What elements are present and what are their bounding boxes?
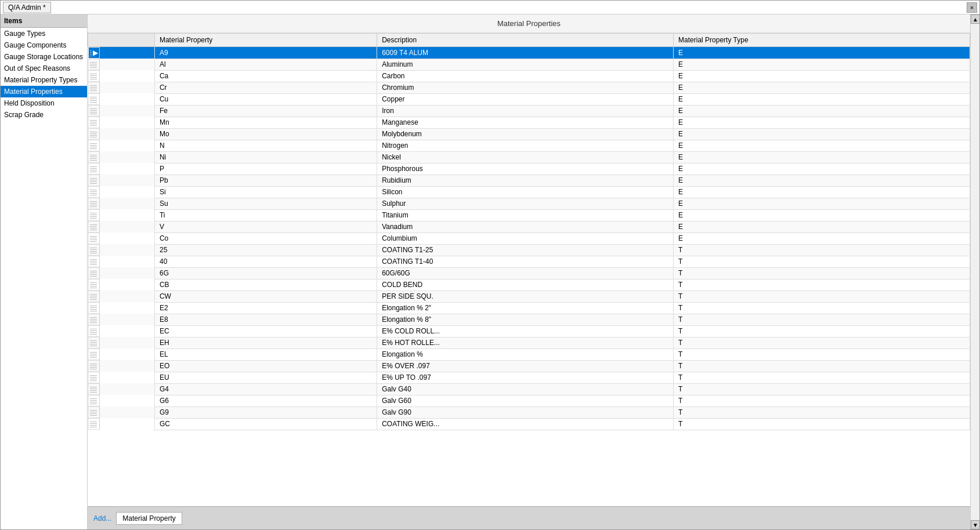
table-row[interactable]: 6G60G/60GT xyxy=(88,267,970,279)
row-handle-icon xyxy=(90,258,97,265)
table-row[interactable]: 25COATING T1-25T xyxy=(88,244,970,256)
table-row[interactable]: CuCopperE xyxy=(88,93,970,105)
row-handle-icon xyxy=(90,177,97,184)
table-cell: E xyxy=(674,70,970,82)
scroll-down-button[interactable]: ▼ xyxy=(971,520,979,529)
row-selected-indicator: ▶ xyxy=(93,49,98,57)
table-row[interactable]: CrChromiumE xyxy=(88,82,970,93)
table-cell: E xyxy=(674,151,970,163)
sidebar-item-material-properties[interactable]: Material Properties xyxy=(1,86,87,97)
scrollbar[interactable]: ▲ ▼ xyxy=(970,14,979,529)
title-tab[interactable]: Q/A Admin * xyxy=(3,2,51,13)
table-cell: E xyxy=(674,59,970,70)
table-row[interactable]: PbRubidiumE xyxy=(88,175,970,186)
table-cell: Carbon xyxy=(377,70,674,82)
scroll-track xyxy=(971,24,979,520)
table-row[interactable]: MoMolybdenumE xyxy=(88,128,970,140)
table-row[interactable]: CaCarbonE xyxy=(88,70,970,82)
table-row[interactable]: EHE% HOT ROLLE...T xyxy=(88,337,970,349)
table-row[interactable]: VVanadiumE xyxy=(88,221,970,233)
table-cell: T xyxy=(674,325,970,337)
table-cell: E xyxy=(674,198,970,209)
row-handle-icon xyxy=(90,142,97,149)
title-bar: Q/A Admin * × xyxy=(1,1,979,14)
table-cell: EO xyxy=(154,360,377,372)
table-row[interactable]: CWPER SIDE SQU.T xyxy=(88,291,970,302)
table-cell: Mn xyxy=(154,117,377,128)
table-row[interactable]: ELElongation %T xyxy=(88,349,970,360)
close-button[interactable]: × xyxy=(967,2,977,13)
table-row[interactable]: NiNickelE xyxy=(88,151,970,163)
row-handle-icon xyxy=(90,351,97,358)
table-cell: Galv G40 xyxy=(377,383,674,395)
table-row[interactable]: CBCOLD BENDT xyxy=(88,279,970,291)
table-cell: COATING WEIG... xyxy=(377,418,674,430)
table-cell: Columbium xyxy=(377,233,674,244)
table-cell: Nickel xyxy=(377,151,674,163)
table-cell: P xyxy=(154,163,377,175)
table-cell: E xyxy=(674,175,970,186)
table-row[interactable]: PPhosphorousE xyxy=(88,163,970,175)
row-handle-icon xyxy=(90,270,97,277)
table-cell: T xyxy=(674,372,970,383)
table-cell: Sulphur xyxy=(377,198,674,209)
table-row[interactable]: E2Elongation % 2"T xyxy=(88,302,970,314)
table-row[interactable]: FeIronE xyxy=(88,105,970,117)
table-cell: T xyxy=(674,418,970,430)
table-row[interactable]: ▶A96009 T4 ALUME xyxy=(88,47,970,59)
main-window: Q/A Admin * × Items Gauge TypesGauge Com… xyxy=(0,0,980,530)
table-row[interactable]: ECE% COLD ROLL...T xyxy=(88,325,970,337)
table-row[interactable]: NNitrogenE xyxy=(88,140,970,151)
table-cell: Aluminum xyxy=(377,59,674,70)
table-row[interactable]: AlAluminumE xyxy=(88,59,970,70)
row-handle-icon xyxy=(90,212,97,219)
table-cell: Galv G90 xyxy=(377,406,674,418)
table-row[interactable]: 40COATING T1-40T xyxy=(88,256,970,267)
table-row[interactable]: G6Galv G60T xyxy=(88,395,970,406)
table-row[interactable]: SiSiliconE xyxy=(88,186,970,198)
table-cell: E xyxy=(674,93,970,105)
table-row[interactable]: EUE% UP TO .097T xyxy=(88,372,970,383)
table-cell: E xyxy=(674,186,970,198)
row-indicator xyxy=(88,302,100,314)
row-indicator xyxy=(88,59,100,70)
sidebar-item-held-disposition[interactable]: Held Disposition xyxy=(1,97,87,109)
table-cell: E% UP TO .097 xyxy=(377,372,674,383)
table-row[interactable]: EOE% OVER .097T xyxy=(88,360,970,372)
table-cell: Co xyxy=(154,233,377,244)
row-handle-icon xyxy=(90,397,97,404)
table-row[interactable]: G4Galv G40T xyxy=(88,383,970,395)
table-row[interactable]: G9Galv G90T xyxy=(88,406,970,418)
table-row[interactable]: E8Elongation % 8"T xyxy=(88,314,970,325)
table-cell: Ni xyxy=(154,151,377,163)
table-cell: V xyxy=(154,221,377,233)
table-cell: EH xyxy=(154,337,377,349)
table-row[interactable]: MnManganeseE xyxy=(88,117,970,128)
add-link[interactable]: Add... xyxy=(93,514,111,522)
sidebar-item-scrap-grade[interactable]: Scrap Grade xyxy=(1,109,87,121)
table-row[interactable]: GCCOATING WEIG...T xyxy=(88,418,970,430)
sidebar-item-gauge-types[interactable]: Gauge Types xyxy=(1,28,87,39)
row-indicator xyxy=(88,372,100,383)
table-cell: T xyxy=(674,349,970,360)
sidebar-item-gauge-storage-locations[interactable]: Gauge Storage Locations xyxy=(1,51,87,63)
table-container[interactable]: Material Property Description Material P… xyxy=(88,33,970,506)
row-indicator xyxy=(88,291,100,302)
col-handle-header xyxy=(88,34,155,47)
row-indicator xyxy=(88,406,100,418)
sidebar-item-gauge-components[interactable]: Gauge Components xyxy=(1,39,87,51)
table-row[interactable]: TiTitaniumE xyxy=(88,209,970,221)
row-handle-icon xyxy=(90,374,97,381)
table-cell: Pb xyxy=(154,175,377,186)
table-cell: Copper xyxy=(377,93,674,105)
sidebar-item-material-property-types[interactable]: Material Property Types xyxy=(1,74,87,86)
table-row[interactable]: CoColumbiumE xyxy=(88,233,970,244)
row-handle-icon xyxy=(90,293,97,300)
row-indicator xyxy=(88,82,100,93)
sidebar-item-out-of-spec-reasons[interactable]: Out of Spec Reasons xyxy=(1,63,87,74)
scroll-up-button[interactable]: ▲ xyxy=(971,14,979,24)
table-cell: Galv G60 xyxy=(377,395,674,406)
table-cell: Fe xyxy=(154,105,377,117)
row-indicator xyxy=(88,140,100,151)
table-row[interactable]: SuSulphurE xyxy=(88,198,970,209)
